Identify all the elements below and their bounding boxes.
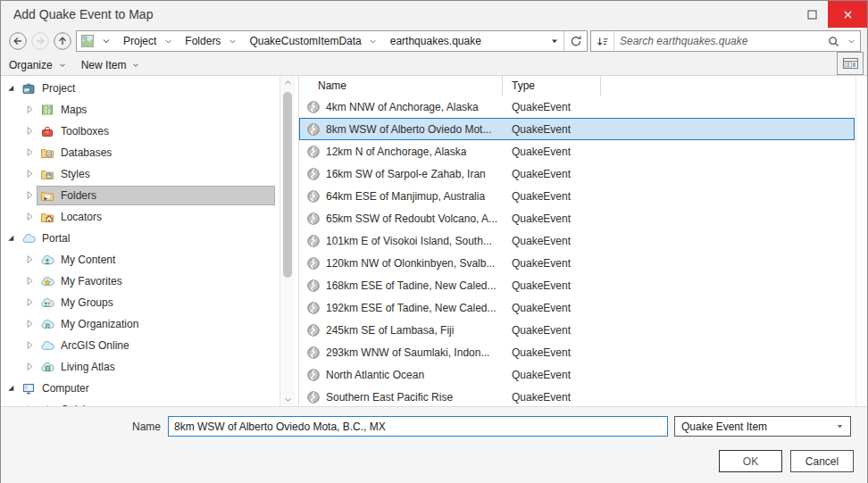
tree-item-my-content[interactable]: My Content xyxy=(1,249,280,271)
quake-event-icon xyxy=(306,301,321,315)
expanded-expander-icon[interactable] xyxy=(4,382,18,396)
collapsed-expander-icon[interactable] xyxy=(23,146,37,160)
quake-event-icon xyxy=(306,346,321,360)
tree-item-my-favorites[interactable]: My Favorites xyxy=(1,271,280,292)
scroll-up-icon[interactable] xyxy=(280,76,295,89)
tree-item-computer[interactable]: Computer xyxy=(1,378,280,399)
refresh-button[interactable] xyxy=(564,31,587,51)
scrollbar-thumb[interactable] xyxy=(283,92,292,278)
up-button[interactable] xyxy=(52,31,72,52)
tree-item-locators[interactable]: Locators xyxy=(1,206,280,228)
collapsed-expander-icon[interactable] xyxy=(23,296,37,310)
collapsed-expander-icon[interactable] xyxy=(23,404,37,407)
list-row[interactable]: 65km SSW of Redoubt Volcano, A...QuakeEv… xyxy=(299,207,855,229)
column-header-empty[interactable] xyxy=(601,76,867,96)
item-type: QuakeEvent xyxy=(503,123,601,136)
collapsed-expander-icon[interactable] xyxy=(23,211,37,224)
list-row[interactable]: 12km N of Anchorage, AlaskaQuakeEvent xyxy=(299,140,855,162)
main-area: ProjectMapsToolboxesDatabasesStylesFolde… xyxy=(1,76,867,407)
list-row[interactable]: 120km NW of Olonkinbyen, Svalb...QuakeEv… xyxy=(299,252,855,274)
item-name: 4km NNW of Anchorage, Alaska xyxy=(326,101,479,113)
breadcrumb-segment-earthquakes-quake[interactable]: earthquakes.quake xyxy=(381,31,485,51)
item-name: 101km E of Visokoi Island, South... xyxy=(326,235,492,247)
search-icon[interactable] xyxy=(824,31,842,51)
list-row[interactable]: 8km WSW of Alberto Oviedo Mot...QuakeEve… xyxy=(299,118,855,140)
search-box xyxy=(590,30,861,52)
cancel-button[interactable]: Cancel xyxy=(790,450,854,472)
computer-icon xyxy=(21,381,37,396)
tree-item-living-atlas[interactable]: Living Atlas xyxy=(1,356,280,378)
columns-icon xyxy=(842,56,859,71)
list-row[interactable]: 4km NNW of Anchorage, AlaskaQuakeEvent xyxy=(299,96,855,118)
tree-item-toolboxes[interactable]: Toolboxes xyxy=(1,121,280,142)
my-content-icon xyxy=(40,253,55,267)
breadcrumb-segment-quakecustomitemdata[interactable]: QuakeCustomItemData xyxy=(240,31,380,51)
chevron-down-icon[interactable] xyxy=(365,31,381,51)
list-row[interactable]: 245km SE of Lambasa, FijiQuakeEvent xyxy=(299,319,855,341)
list-row[interactable]: 64km ESE of Manjimup, AustraliaQuakeEven… xyxy=(299,185,855,207)
back-button[interactable] xyxy=(7,31,28,52)
breadcrumb-segment-label: QuakeCustomItemData xyxy=(240,35,364,47)
tree-item-label: Quick access xyxy=(61,404,124,406)
collapsed-expander-icon[interactable] xyxy=(23,318,37,331)
tree-item-my-organization[interactable]: My Organization xyxy=(1,313,280,335)
list-row[interactable]: 192km ESE of Tadine, New Caled...QuakeEv… xyxy=(299,296,855,319)
list-row[interactable]: 101km E of Visokoi Island, South...Quake… xyxy=(299,229,855,252)
collapsed-expander-icon[interactable] xyxy=(23,104,37,117)
list-scrollbar-track[interactable] xyxy=(855,76,867,406)
breadcrumb-root-chevron-icon[interactable] xyxy=(98,31,114,51)
tree-item-databases[interactable]: Databases xyxy=(1,142,280,163)
project-icon xyxy=(21,81,37,96)
list-row[interactable]: Southern East Pacific RiseQuakeEvent xyxy=(299,386,855,408)
tree-item-folders[interactable]: Folders xyxy=(1,185,280,206)
list-row[interactable]: 16km SW of Sarpol-e Zahab, IranQuakeEven… xyxy=(299,162,855,185)
expanded-expander-icon[interactable] xyxy=(4,82,18,96)
chevron-down-icon[interactable] xyxy=(224,31,240,51)
item-type-value: Quake Event Item xyxy=(681,421,767,433)
tree-item-project[interactable]: Project xyxy=(1,78,280,99)
tree-scrollbar[interactable] xyxy=(280,76,295,406)
collapsed-expander-icon[interactable] xyxy=(23,189,37,203)
list-row[interactable]: North Atlantic OceanQuakeEvent xyxy=(299,363,855,386)
tree-item-my-groups[interactable]: My Groups xyxy=(1,292,280,313)
collapsed-expander-icon[interactable] xyxy=(23,125,37,138)
collapsed-expander-icon[interactable] xyxy=(23,275,37,288)
organize-button[interactable]: Organize xyxy=(9,59,67,71)
databases-icon xyxy=(40,146,55,160)
sort-button[interactable] xyxy=(591,31,614,51)
tree: ProjectMapsToolboxesDatabasesStylesFolde… xyxy=(1,76,280,406)
close-button[interactable] xyxy=(828,1,867,28)
collapsed-expander-icon[interactable] xyxy=(23,168,37,181)
column-header-name[interactable]: Name xyxy=(299,76,503,96)
portal-icon xyxy=(21,231,37,246)
breadcrumb-segment-folders[interactable]: Folders xyxy=(176,31,240,51)
search-options-chevron-icon[interactable] xyxy=(842,31,860,51)
collapsed-expander-icon[interactable] xyxy=(23,339,37,353)
map-thumbnail-icon[interactable] xyxy=(77,34,98,48)
tree-item-arcgis-online[interactable]: ArcGIS Online xyxy=(1,335,280,356)
collapsed-expander-icon[interactable] xyxy=(23,361,37,374)
breadcrumb-segment-project[interactable]: Project xyxy=(114,31,176,51)
maximize-button[interactable] xyxy=(796,1,828,28)
locators-icon xyxy=(40,210,55,224)
expanded-expander-icon[interactable] xyxy=(4,232,18,246)
item-type-dropdown[interactable]: Quake Event Item xyxy=(674,416,851,437)
new-item-button[interactable]: New Item xyxy=(81,59,141,71)
chevron-down-icon xyxy=(58,61,67,70)
tree-item-quick-access[interactable]: Quick access xyxy=(1,399,280,406)
column-view-button[interactable] xyxy=(837,52,864,75)
scroll-down-icon[interactable] xyxy=(280,393,295,406)
column-header-type[interactable]: Type xyxy=(503,76,601,96)
breadcrumb-dropdown-icon[interactable] xyxy=(546,31,563,51)
tree-item-maps[interactable]: Maps xyxy=(1,99,280,121)
collapsed-expander-icon[interactable] xyxy=(23,254,37,267)
search-input[interactable] xyxy=(614,32,824,50)
chevron-down-icon[interactable] xyxy=(160,31,176,51)
tree-item-styles[interactable]: Styles xyxy=(1,163,280,185)
ok-button[interactable]: OK xyxy=(719,450,782,472)
tree-item-portal[interactable]: Portal xyxy=(1,228,280,249)
list-row[interactable]: 168km ESE of Tadine, New Caled...QuakeEv… xyxy=(299,274,855,296)
name-input[interactable] xyxy=(168,416,668,437)
forward-button[interactable] xyxy=(29,31,50,52)
list-row[interactable]: 293km WNW of Saumlaki, Indon...QuakeEven… xyxy=(299,341,855,363)
